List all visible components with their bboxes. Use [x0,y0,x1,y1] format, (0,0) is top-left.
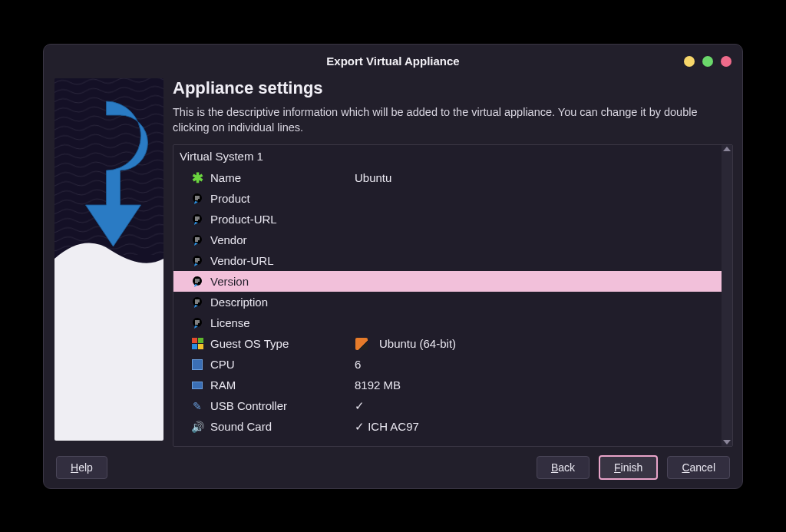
property-value: 8192 MB [355,378,401,392]
property-row-ram[interactable]: RAM8192 MB [173,375,722,395]
property-row-license[interactable]: License [173,312,722,333]
property-row-sound-card[interactable]: 🔊Sound Card✓ ICH AC97 [173,416,722,437]
sound-icon: 🔊 [190,420,204,434]
property-row-vendor[interactable]: Vendor [173,230,722,250]
page-description: This is the descriptive information whic… [173,104,733,136]
property-row-name[interactable]: ✱NameUbuntu [173,167,722,188]
speech-bubble-icon [190,296,204,309]
cpu-icon [190,358,204,372]
cancel-button[interactable]: Cancel [667,456,730,479]
usb-icon: ✎ [190,399,204,413]
properties-list[interactable]: Virtual System 1✱NameUbuntuProductProduc… [173,145,722,445]
property-value: ✓ [355,399,365,413]
property-label: Name [210,171,355,184]
property-row-version[interactable]: Version [173,271,722,292]
property-label: RAM [210,378,355,392]
window-controls [684,56,732,67]
export-appliance-dialog: Export Virtual Appliance [43,44,743,489]
property-label: USB Controller [210,399,355,412]
property-row-usb-controller[interactable]: ✎USB Controller✓ [173,395,722,416]
help-button[interactable]: Help [56,456,107,479]
dialog-footer: Help Back Finish Cancel [44,447,742,488]
property-label: License [210,316,355,329]
os-type-icon [190,337,204,351]
properties-table: Virtual System 1✱NameUbuntuProductProduc… [173,144,733,446]
window-title: Export Virtual Appliance [326,55,459,68]
virtual-system-group[interactable]: Virtual System 1 [173,145,722,167]
titlebar: Export Virtual Appliance [44,45,742,78]
scroll-down-arrow-icon[interactable] [723,440,731,444]
property-value: 6 [355,358,361,371]
asterisk-icon: ✱ [190,171,204,185]
property-row-vendor-url[interactable]: Vendor-URL [173,250,722,271]
scroll-up-arrow-icon[interactable] [723,147,731,151]
speech-bubble-icon [190,233,204,247]
main-panel: Appliance settings This is the descripti… [173,78,742,447]
property-label: Description [210,296,355,309]
maximize-dot[interactable] [702,56,713,67]
minimize-dot[interactable] [684,56,695,67]
property-row-cpu[interactable]: CPU6 [173,354,722,375]
property-value: Ubuntu (64-bit) [355,337,456,351]
wizard-watermark [54,78,163,441]
speech-bubble-icon [190,316,204,330]
property-label: CPU [210,358,355,371]
property-label: Product [210,192,355,205]
property-label: Guest OS Type [210,337,355,350]
property-row-description[interactable]: Description [173,292,722,312]
dialog-content: Appliance settings This is the descripti… [44,78,742,447]
ubuntu-os-icon [355,337,368,351]
property-label: Vendor-URL [210,254,355,267]
finish-button[interactable]: Finish [599,455,658,480]
speech-bubble-icon [190,192,204,206]
scrollbar[interactable] [722,145,732,445]
speech-bubble-icon [190,254,204,268]
back-button[interactable]: Back [537,456,590,479]
ram-icon [190,378,204,392]
property-row-product-url[interactable]: Product-URL [173,209,722,230]
property-label: Product-URL [210,213,355,226]
property-label: Version [210,275,355,288]
speech-bubble-icon [190,213,204,226]
property-value: ✓ ICH AC97 [355,420,419,434]
property-label: Vendor [210,233,355,246]
page-heading: Appliance settings [173,78,733,98]
property-label: Sound Card [210,420,355,433]
property-value: Ubuntu [355,171,391,184]
close-dot[interactable] [721,56,732,67]
property-row-guest-os-type[interactable]: Guest OS TypeUbuntu (64-bit) [173,333,722,354]
speech-bubble-icon [190,275,204,289]
property-row-product[interactable]: Product [173,188,722,209]
